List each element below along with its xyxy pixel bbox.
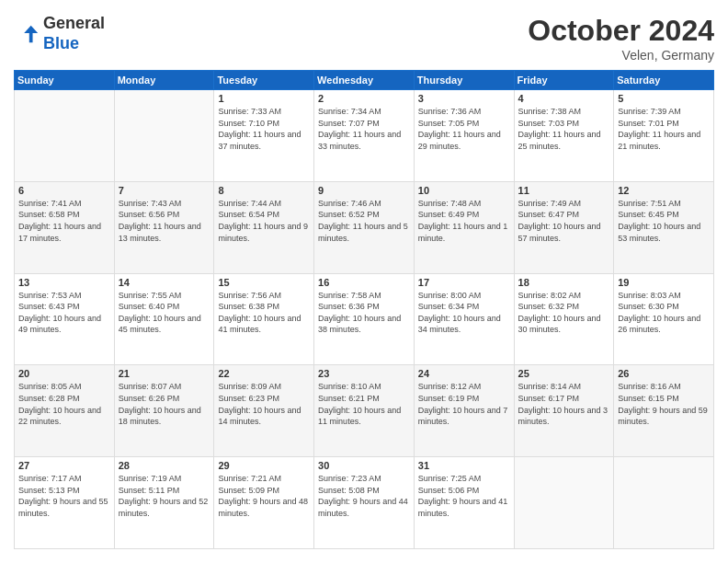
day-cell: 3Sunrise: 7:36 AMSunset: 7:05 PMDaylight…: [414, 90, 514, 182]
day-cell: [614, 457, 714, 549]
col-tuesday: Tuesday: [214, 71, 314, 90]
day-info: Sunrise: 7:17 AMSunset: 5:13 PMDaylight:…: [18, 473, 110, 519]
day-cell: 27Sunrise: 7:17 AMSunset: 5:13 PMDayligh…: [15, 457, 115, 549]
day-info: Sunrise: 7:56 AMSunset: 6:38 PMDaylight:…: [218, 290, 310, 336]
day-number: 25: [518, 368, 610, 379]
day-number: 3: [418, 93, 510, 104]
day-cell: 21Sunrise: 8:07 AMSunset: 6:26 PMDayligh…: [114, 365, 214, 457]
week-row-4: 20Sunrise: 8:05 AMSunset: 6:28 PMDayligh…: [15, 365, 714, 457]
day-info: Sunrise: 7:36 AMSunset: 7:05 PMDaylight:…: [418, 106, 510, 152]
day-cell: 22Sunrise: 8:09 AMSunset: 6:23 PMDayligh…: [214, 365, 314, 457]
day-info: Sunrise: 8:02 AMSunset: 6:32 PMDaylight:…: [518, 290, 610, 336]
week-row-2: 6Sunrise: 7:41 AMSunset: 6:58 PMDaylight…: [15, 181, 714, 273]
day-number: 23: [318, 368, 410, 379]
day-number: 12: [618, 185, 710, 196]
col-wednesday: Wednesday: [314, 71, 415, 90]
day-info: Sunrise: 7:55 AMSunset: 6:40 PMDaylight:…: [119, 290, 210, 336]
day-cell: 16Sunrise: 7:58 AMSunset: 6:36 PMDayligh…: [314, 273, 415, 365]
svg-marker-0: [24, 25, 38, 42]
day-cell: 30Sunrise: 7:23 AMSunset: 5:08 PMDayligh…: [314, 457, 415, 549]
header-row: Sunday Monday Tuesday Wednesday Thursday…: [15, 71, 714, 90]
day-info: Sunrise: 7:49 AMSunset: 6:47 PMDaylight:…: [518, 198, 610, 244]
day-info: Sunrise: 8:16 AMSunset: 6:15 PMDaylight:…: [618, 381, 710, 427]
day-cell: [114, 90, 214, 182]
day-cell: 25Sunrise: 8:14 AMSunset: 6:17 PMDayligh…: [514, 365, 614, 457]
col-sunday: Sunday: [15, 71, 115, 90]
day-number: 24: [418, 368, 510, 379]
logo-line1: General: [43, 14, 105, 34]
day-info: Sunrise: 7:38 AMSunset: 7:03 PMDaylight:…: [518, 106, 610, 152]
location: Velen, Germany: [528, 48, 714, 63]
day-cell: [514, 457, 614, 549]
day-cell: 15Sunrise: 7:56 AMSunset: 6:38 PMDayligh…: [214, 273, 314, 365]
day-info: Sunrise: 7:23 AMSunset: 5:08 PMDaylight:…: [318, 473, 410, 519]
day-number: 27: [18, 460, 110, 471]
day-cell: 1Sunrise: 7:33 AMSunset: 7:10 PMDaylight…: [214, 90, 314, 182]
col-friday: Friday: [514, 71, 614, 90]
day-cell: 18Sunrise: 8:02 AMSunset: 6:32 PMDayligh…: [514, 273, 614, 365]
day-number: 18: [518, 277, 610, 288]
day-cell: 29Sunrise: 7:21 AMSunset: 5:09 PMDayligh…: [214, 457, 314, 549]
day-info: Sunrise: 8:03 AMSunset: 6:30 PMDaylight:…: [618, 290, 710, 336]
day-cell: 31Sunrise: 7:25 AMSunset: 5:06 PMDayligh…: [414, 457, 514, 549]
logo-text: General Blue: [43, 14, 105, 53]
day-number: 13: [18, 277, 110, 288]
day-info: Sunrise: 7:33 AMSunset: 7:10 PMDaylight:…: [218, 106, 310, 152]
day-info: Sunrise: 7:25 AMSunset: 5:06 PMDaylight:…: [418, 473, 510, 519]
day-cell: 28Sunrise: 7:19 AMSunset: 5:11 PMDayligh…: [114, 457, 214, 549]
day-info: Sunrise: 7:48 AMSunset: 6:49 PMDaylight:…: [418, 198, 510, 244]
day-number: 17: [418, 277, 510, 288]
day-cell: 13Sunrise: 7:53 AMSunset: 6:43 PMDayligh…: [15, 273, 115, 365]
day-number: 19: [618, 277, 710, 288]
day-info: Sunrise: 8:00 AMSunset: 6:34 PMDaylight:…: [418, 290, 510, 336]
day-number: 11: [518, 185, 610, 196]
day-cell: 5Sunrise: 7:39 AMSunset: 7:01 PMDaylight…: [614, 90, 714, 182]
day-info: Sunrise: 7:58 AMSunset: 6:36 PMDaylight:…: [318, 290, 410, 336]
day-cell: [15, 90, 115, 182]
day-number: 30: [318, 460, 410, 471]
day-number: 26: [618, 368, 710, 379]
day-cell: 26Sunrise: 8:16 AMSunset: 6:15 PMDayligh…: [614, 365, 714, 457]
month-title: October 2024: [528, 14, 714, 48]
day-info: Sunrise: 7:46 AMSunset: 6:52 PMDaylight:…: [318, 198, 410, 244]
day-cell: 24Sunrise: 8:12 AMSunset: 6:19 PMDayligh…: [414, 365, 514, 457]
day-number: 29: [218, 460, 310, 471]
day-cell: 11Sunrise: 7:49 AMSunset: 6:47 PMDayligh…: [514, 181, 614, 273]
week-row-1: 1Sunrise: 7:33 AMSunset: 7:10 PMDaylight…: [15, 90, 714, 182]
day-number: 15: [218, 277, 310, 288]
day-number: 14: [119, 277, 210, 288]
day-cell: 12Sunrise: 7:51 AMSunset: 6:45 PMDayligh…: [614, 181, 714, 273]
day-cell: 10Sunrise: 7:48 AMSunset: 6:49 PMDayligh…: [414, 181, 514, 273]
day-info: Sunrise: 7:41 AMSunset: 6:58 PMDaylight:…: [18, 198, 110, 244]
day-cell: 20Sunrise: 8:05 AMSunset: 6:28 PMDayligh…: [15, 365, 115, 457]
day-info: Sunrise: 7:21 AMSunset: 5:09 PMDaylight:…: [218, 473, 310, 519]
day-number: 7: [119, 185, 210, 196]
day-cell: 2Sunrise: 7:34 AMSunset: 7:07 PMDaylight…: [314, 90, 415, 182]
title-area: October 2024 Velen, Germany: [528, 14, 714, 63]
day-info: Sunrise: 8:09 AMSunset: 6:23 PMDaylight:…: [218, 381, 310, 427]
day-info: Sunrise: 7:51 AMSunset: 6:45 PMDaylight:…: [618, 198, 710, 244]
day-number: 10: [418, 185, 510, 196]
week-row-5: 27Sunrise: 7:17 AMSunset: 5:13 PMDayligh…: [15, 457, 714, 549]
day-number: 21: [119, 368, 210, 379]
day-cell: 8Sunrise: 7:44 AMSunset: 6:54 PMDaylight…: [214, 181, 314, 273]
col-thursday: Thursday: [414, 71, 514, 90]
page: General Blue October 2024 Velen, Germany…: [0, 0, 728, 563]
day-number: 2: [318, 93, 410, 104]
day-info: Sunrise: 8:07 AMSunset: 6:26 PMDaylight:…: [119, 381, 210, 427]
day-number: 28: [119, 460, 210, 471]
day-info: Sunrise: 8:10 AMSunset: 6:21 PMDaylight:…: [318, 381, 410, 427]
day-number: 1: [218, 93, 310, 104]
logo-icon: [14, 21, 40, 47]
day-number: 16: [318, 277, 410, 288]
day-cell: 4Sunrise: 7:38 AMSunset: 7:03 PMDaylight…: [514, 90, 614, 182]
day-cell: 14Sunrise: 7:55 AMSunset: 6:40 PMDayligh…: [114, 273, 214, 365]
day-info: Sunrise: 8:05 AMSunset: 6:28 PMDaylight:…: [18, 381, 110, 427]
header: General Blue October 2024 Velen, Germany: [14, 14, 714, 63]
day-info: Sunrise: 7:39 AMSunset: 7:01 PMDaylight:…: [618, 106, 710, 152]
day-number: 20: [18, 368, 110, 379]
col-saturday: Saturday: [614, 71, 714, 90]
day-number: 6: [18, 185, 110, 196]
day-number: 22: [218, 368, 310, 379]
day-info: Sunrise: 7:34 AMSunset: 7:07 PMDaylight:…: [318, 106, 410, 152]
